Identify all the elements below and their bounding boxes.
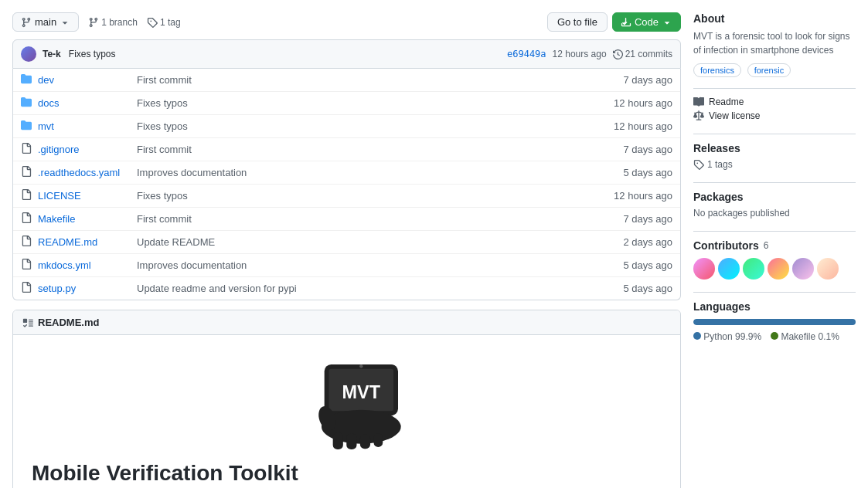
commit-message: Fixes typos bbox=[69, 49, 116, 59]
svg-text:MVT: MVT bbox=[342, 382, 380, 402]
folder-icon bbox=[21, 120, 32, 133]
branch-meta-icon bbox=[88, 17, 99, 28]
file-commit-message: Improves documentation bbox=[137, 167, 617, 178]
file-name-link[interactable]: mkdocs.yml bbox=[38, 259, 131, 271]
file-icon bbox=[21, 166, 32, 179]
table-row: LICENSEFixes typos12 hours ago bbox=[13, 185, 680, 208]
file-name-link[interactable]: README.md bbox=[38, 236, 131, 248]
file-time: 12 hours ago bbox=[614, 190, 672, 202]
sidebar: About MVT is a forensic tool to look for… bbox=[693, 12, 856, 488]
file-time: 5 days ago bbox=[623, 283, 672, 294]
file-commit-message: Update README bbox=[137, 236, 617, 248]
file-time: 12 hours ago bbox=[614, 97, 672, 109]
file-name-link[interactable]: setup.py bbox=[38, 283, 131, 294]
file-time: 12 hours ago bbox=[614, 120, 672, 132]
tag-forensics[interactable]: forensics bbox=[693, 63, 741, 77]
contributor-2[interactable] bbox=[718, 258, 740, 280]
python-dot bbox=[693, 332, 701, 340]
file-icon bbox=[21, 212, 32, 225]
tag-releases-icon bbox=[693, 159, 704, 170]
makefile-lang-item: Makefile 0.1% bbox=[771, 331, 839, 342]
readme-link[interactable]: Readme bbox=[693, 97, 856, 107]
contributor-3[interactable] bbox=[743, 258, 764, 280]
languages-title: Languages bbox=[693, 300, 856, 313]
contributor-1[interactable] bbox=[693, 258, 715, 280]
file-commit-message: Improves documentation bbox=[137, 259, 617, 271]
readme-title: Mobile Verification Toolkit bbox=[32, 461, 662, 486]
file-commit-message: First commit bbox=[137, 74, 617, 86]
code-button[interactable]: Code bbox=[612, 12, 681, 32]
file-time: 2 days ago bbox=[623, 236, 672, 248]
meta-links: 1 branch 1 tag bbox=[88, 17, 180, 28]
commit-hash[interactable]: e69449a bbox=[507, 49, 546, 59]
file-commit-message: Fixes typos bbox=[137, 190, 608, 202]
main-content: main 1 branch 1 tag Go to file Code bbox=[12, 12, 681, 488]
table-row: README.mdUpdate README2 days ago bbox=[13, 231, 680, 254]
file-name-link[interactable]: .gitignore bbox=[38, 144, 131, 155]
branch-link[interactable]: 1 branch bbox=[88, 17, 138, 28]
svg-point-3 bbox=[359, 364, 363, 368]
file-name-link[interactable]: LICENSE bbox=[38, 190, 131, 202]
about-description: MVT is a forensic tool to look for signs… bbox=[693, 29, 856, 57]
history-icon bbox=[613, 49, 623, 59]
contributor-6[interactable] bbox=[817, 258, 839, 280]
table-row: docsFixes typos12 hours ago bbox=[13, 92, 680, 115]
python-lang-item: Python 99.9% bbox=[693, 331, 761, 342]
readme-section: README.md MVT bbox=[12, 310, 681, 488]
language-bar bbox=[693, 319, 856, 325]
svg-rect-9 bbox=[373, 433, 383, 447]
git-branch-icon bbox=[21, 17, 32, 28]
file-time: 5 days ago bbox=[623, 259, 672, 271]
go-to-file-button[interactable]: Go to file bbox=[547, 12, 608, 32]
file-name-link[interactable]: dev bbox=[38, 74, 131, 86]
mvt-logo-svg: MVT bbox=[262, 347, 432, 449]
commit-count-text[interactable]: 21 commits bbox=[625, 49, 672, 59]
readme-filename: README.md bbox=[38, 317, 99, 328]
tag-link[interactable]: 1 tag bbox=[147, 17, 181, 28]
file-time: 7 days ago bbox=[623, 213, 672, 225]
commit-author[interactable]: Te-k bbox=[43, 49, 61, 59]
file-name-link[interactable]: mvt bbox=[38, 120, 131, 132]
contributor-5[interactable] bbox=[792, 258, 814, 280]
table-row: .gitignoreFirst commit7 days ago bbox=[13, 138, 680, 161]
file-time: 5 days ago bbox=[623, 167, 672, 178]
python-label: Python bbox=[703, 331, 732, 342]
license-link-label: View license bbox=[709, 110, 760, 121]
file-name-link[interactable]: docs bbox=[38, 97, 131, 109]
branch-count: 1 branch bbox=[101, 17, 138, 28]
law-icon bbox=[693, 110, 704, 121]
table-row: .readthedocs.yamlImproves documentation5… bbox=[13, 161, 680, 185]
branch-label: main bbox=[35, 16, 56, 28]
tag-chips: forensics forensic bbox=[693, 63, 856, 80]
mvt-logo: MVT bbox=[262, 347, 432, 452]
releases-count[interactable]: 1 tags bbox=[693, 159, 856, 170]
branch-selector[interactable]: main bbox=[12, 12, 79, 32]
file-icon bbox=[21, 143, 32, 156]
about-title: About bbox=[693, 12, 856, 25]
chevron-down-icon bbox=[60, 17, 70, 28]
contributors-title-text: Contributors bbox=[693, 239, 759, 252]
readme-header: README.md bbox=[13, 310, 680, 335]
contributors-section: Contributors 6 bbox=[693, 239, 856, 280]
packages-none-text: No packages published bbox=[693, 208, 856, 219]
download-icon bbox=[621, 17, 631, 28]
file-time: 7 days ago bbox=[623, 74, 672, 86]
tag-icon bbox=[147, 17, 158, 28]
toolbar: main 1 branch 1 tag Go to file Code bbox=[12, 12, 681, 32]
packages-title: Packages bbox=[693, 191, 856, 203]
contributors-count: 6 bbox=[764, 240, 769, 251]
file-commit-message: Fixes typos bbox=[137, 97, 608, 109]
contributor-4[interactable] bbox=[768, 258, 789, 280]
releases-title: Releases bbox=[693, 142, 856, 154]
list-icon bbox=[22, 317, 33, 328]
license-link[interactable]: View license bbox=[693, 110, 856, 121]
tag-forensic[interactable]: forensic bbox=[747, 63, 791, 77]
commit-strip: Te-k Fixes typos e69449a 12 hours ago 21… bbox=[12, 39, 681, 69]
file-commit-message: First commit bbox=[137, 213, 617, 225]
file-name-link[interactable]: Makefile bbox=[38, 213, 131, 225]
file-time: 7 days ago bbox=[623, 144, 672, 155]
file-name-link[interactable]: .readthedocs.yaml bbox=[38, 167, 131, 178]
svg-rect-7 bbox=[346, 433, 356, 449]
makefile-label: Makefile bbox=[781, 331, 815, 342]
makefile-dot bbox=[771, 332, 778, 340]
